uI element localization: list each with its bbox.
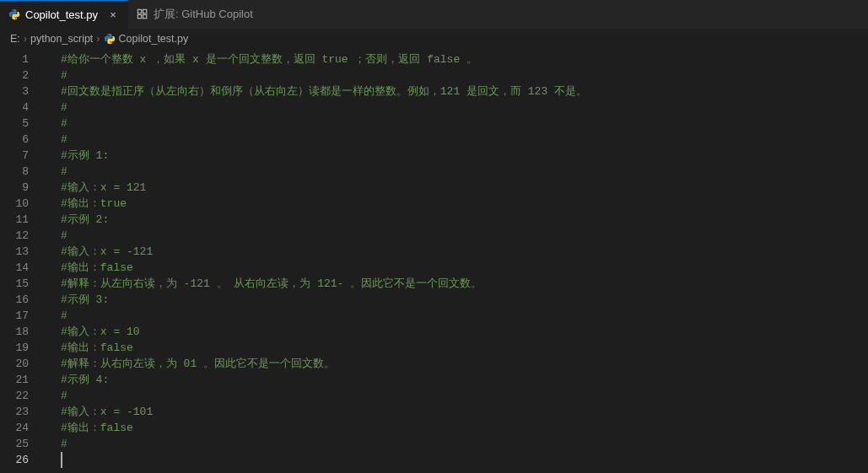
line-number: 17	[0, 308, 44, 324]
breadcrumb[interactable]: E: › python_script › Copilot_test.py	[0, 30, 868, 48]
code-line: #示例 3:	[61, 293, 109, 306]
tab-github-copilot-extension[interactable]: 扩展: GitHub Copilot	[128, 0, 261, 29]
line-number: 13	[0, 244, 44, 260]
svg-rect-3	[137, 9, 141, 13]
code-line: #	[61, 309, 67, 322]
code-line: #	[61, 117, 67, 130]
code-line: #解释：从右向左读，为 01 。因此它不是一个回文数。	[61, 357, 335, 370]
line-number: 9	[0, 180, 44, 196]
code-line: #	[61, 101, 67, 114]
svg-rect-0	[143, 9, 146, 13]
line-number: 25	[0, 436, 44, 452]
line-number: 14	[0, 260, 44, 276]
line-number: 23	[0, 404, 44, 420]
line-number: 11	[0, 212, 44, 228]
tab-label: 扩展: GitHub Copilot	[154, 7, 253, 22]
line-number: 7	[0, 148, 44, 164]
line-number: 26	[0, 452, 44, 468]
code-line: #	[61, 390, 67, 402]
chevron-right-icon: ›	[96, 33, 100, 45]
cursor	[61, 452, 62, 468]
code-line: #输出：false	[61, 422, 133, 434]
line-number: 1	[0, 51, 44, 67]
tab-label: Copilot_test.py	[25, 8, 98, 21]
code-line: #示例 4:	[61, 374, 109, 386]
line-gutter: 1 2 3 4 5 6 7 8 9 10 11 12 13 14 15 16 1…	[0, 48, 44, 473]
line-number: 18	[0, 324, 44, 340]
line-number: 22	[0, 388, 44, 404]
line-number: 15	[0, 276, 44, 292]
editor[interactable]: 1 2 3 4 5 6 7 8 9 10 11 12 13 14 15 16 1…	[0, 48, 868, 473]
code-line: #	[61, 438, 67, 450]
chevron-right-icon: ›	[24, 33, 27, 45]
line-number: 21	[0, 372, 44, 388]
line-number: 2	[0, 67, 44, 83]
python-file-icon	[8, 8, 20, 20]
svg-rect-1	[137, 14, 141, 18]
code-line: #	[61, 133, 67, 146]
code-line: #	[61, 165, 67, 178]
line-number: 6	[0, 132, 44, 148]
tab-copilot-test-py[interactable]: Copilot_test.py ×	[0, 0, 128, 29]
svg-rect-2	[143, 14, 146, 18]
code-line: #回文数是指正序（从左向右）和倒序（从右向左）读都是一样的整数。例如，121 是…	[61, 85, 587, 98]
code-line: #示例 2:	[61, 213, 109, 226]
line-number: 19	[0, 340, 44, 356]
line-number: 12	[0, 228, 44, 244]
line-number: 5	[0, 116, 44, 132]
code-line: #	[61, 69, 67, 82]
breadcrumb-seg-folder[interactable]: python_script	[30, 33, 93, 45]
python-file-icon	[104, 33, 116, 45]
code-line: #输出：false	[61, 261, 133, 274]
line-number: 10	[0, 196, 44, 212]
breadcrumb-seg-drive[interactable]: E:	[10, 33, 20, 45]
code-line: #输入：x = 121	[61, 181, 146, 194]
line-number: 16	[0, 292, 44, 308]
code-line: #输入：x = -121	[61, 245, 153, 258]
extension-icon	[137, 8, 148, 20]
line-number: 8	[0, 164, 44, 180]
close-icon[interactable]: ×	[106, 8, 120, 21]
line-number: 20	[0, 356, 44, 372]
line-number: 24	[0, 420, 44, 436]
breadcrumb-seg-file[interactable]: Copilot_test.py	[119, 33, 189, 45]
line-number: 4	[0, 99, 44, 116]
code-line: #解释：从左向右读，为 -121 。 从右向左读，为 121- 。因此它不是一个…	[61, 277, 482, 290]
line-number: 3	[0, 83, 44, 99]
code-line: #示例 1:	[61, 149, 109, 162]
code-line: #输入：x = -101	[61, 406, 153, 418]
code-line: #输出：false	[61, 341, 133, 354]
code-line: #输入：x = 10	[61, 325, 140, 338]
code-line: #	[61, 229, 67, 242]
tabs-bar: Copilot_test.py × 扩展: GitHub Copilot	[0, 0, 868, 30]
code-line: #给你一个整数 x ，如果 x 是一个回文整数，返回 true ；否则，返回 f…	[61, 53, 477, 66]
code-area[interactable]: #给你一个整数 x ，如果 x 是一个回文整数，返回 true ；否则，返回 f…	[44, 48, 868, 473]
code-line: #输出：true	[61, 197, 127, 210]
